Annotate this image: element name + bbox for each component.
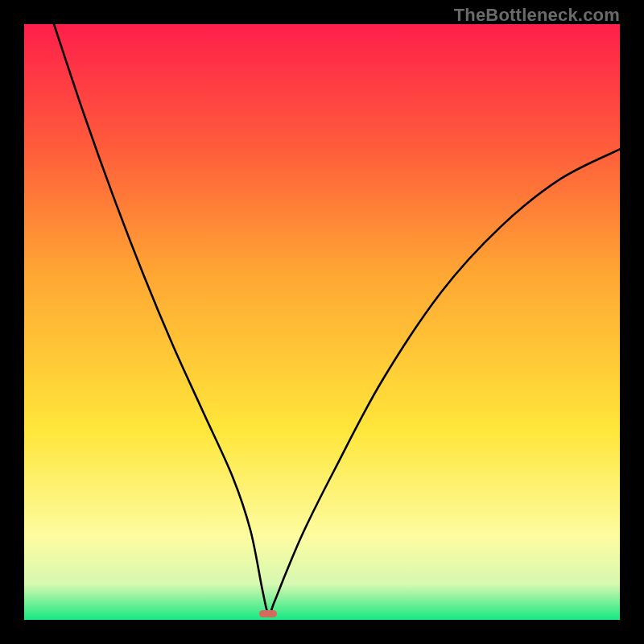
watermark-text: TheBottleneck.com [454,5,620,26]
plot-area [24,24,620,620]
chart-frame: TheBottleneck.com [0,0,644,644]
notch-marker [259,610,277,618]
bottleneck-curve [24,24,620,620]
curve-path [54,24,620,614]
